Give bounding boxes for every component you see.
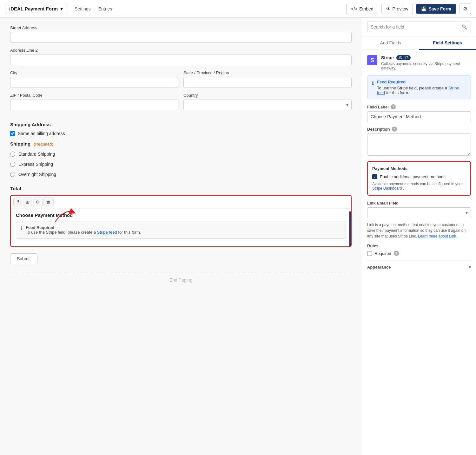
zip-label: ZIP / Postal Code (10, 93, 178, 98)
gear-icon: ⚙ (463, 6, 467, 11)
appearance-row[interactable]: Appearance ▾ (367, 260, 471, 273)
delete-button[interactable]: 🗑 (43, 198, 54, 206)
right-sidebar: 🔍 Add Fields Field Settings S Stripe ID:… (362, 18, 476, 455)
total-label: Total (10, 186, 352, 191)
appearance-chevron-icon: ▾ (469, 264, 471, 270)
tab-field-settings[interactable]: Field Settings (419, 36, 476, 50)
arrow-annotation-icon (52, 206, 77, 225)
stripe-logo: S (367, 55, 377, 65)
stripe-dashboard-link[interactable]: Stripe Dashboard (372, 186, 402, 191)
rules-label: Rules (367, 244, 471, 248)
express-shipping-radio[interactable] (10, 162, 15, 167)
enable-payment-checkbox-checked[interactable]: ✓ (372, 174, 377, 179)
address-line2-label: Address Line 2 (10, 48, 352, 53)
duplicate-icon: ⊞ (26, 199, 30, 205)
payment-methods-desc: Available payment methods can be configu… (372, 182, 466, 191)
shipping-section: Shipping (Required) Standard Shipping Ex… (10, 141, 352, 179)
embed-button[interactable]: </> Embed (346, 4, 378, 14)
zip-field: ZIP / Postal Code (10, 93, 178, 115)
street-address-field: Street Address (10, 25, 352, 48)
standard-shipping-label: Standard Shipping (18, 152, 55, 157)
address-line2-input[interactable] (10, 55, 352, 65)
enable-payment-methods-row: ✓ Enable additional payment methods (372, 174, 466, 179)
shipping-options-group: Standard Shipping Express Shipping Overn… (10, 149, 352, 179)
state-input[interactable] (183, 77, 352, 88)
payment-methods-box: Payment Methods ✓ Enable additional paym… (367, 161, 471, 196)
field-label-heading: Field Label (367, 105, 389, 109)
nav-settings[interactable]: Settings (75, 5, 91, 13)
address-line2-field: Address Line 2 (10, 48, 352, 70)
description-textarea[interactable] (367, 133, 471, 156)
required-help-icon[interactable]: ? (394, 251, 399, 256)
info-circle-icon: ℹ (21, 225, 23, 231)
nav-entries[interactable]: Entries (98, 5, 112, 13)
feed-required-text: Feed Required To use the Stripe field, p… (26, 225, 141, 235)
settings-sliders-button[interactable]: ⚙ (33, 198, 43, 206)
form-title-dropdown[interactable]: iDEAL Payment Form ▾ (5, 4, 67, 14)
stripe-info-block: S Stripe ID: 17 Collects payments secure… (367, 55, 471, 70)
street-address-input[interactable] (10, 32, 352, 43)
learn-more-link[interactable]: Learn more about Link (418, 234, 457, 238)
enable-payment-label: Enable additional payment methods (380, 174, 446, 179)
required-badge: (Required) (34, 142, 53, 146)
express-shipping-option: Express Shipping (10, 159, 352, 169)
save-form-button[interactable]: 💾 Save Form (416, 4, 456, 14)
form-area: Street Address Address Line 2 City State… (0, 18, 362, 455)
country-select[interactable] (183, 100, 352, 110)
city-label: City (10, 70, 178, 75)
overnight-shipping-option: Overnight Shipping (10, 169, 352, 179)
search-input[interactable] (367, 22, 471, 32)
city-input[interactable] (10, 77, 178, 88)
link-email-select-wrapper: ▾ (367, 207, 471, 218)
required-checkbox[interactable] (367, 251, 372, 256)
zip-input[interactable] (10, 100, 178, 110)
standard-shipping-radio[interactable] (10, 152, 15, 157)
link-description: Link is a payment method that enables yo… (367, 222, 471, 239)
duplicate-button[interactable]: ⊞ (23, 198, 32, 206)
same-as-billing-row: Same as billing address (10, 131, 352, 136)
state-label: State / Province / Region (183, 70, 352, 75)
stripe-description: Collects payments securely via Stripe pa… (381, 62, 471, 70)
feed-required-panel-title: Feed Required (377, 80, 466, 84)
preview-button[interactable]: 👁 Preview (381, 4, 413, 14)
submit-button[interactable]: Submit (10, 253, 37, 264)
same-as-billing-checkbox[interactable] (10, 131, 15, 136)
overnight-shipping-radio[interactable] (10, 172, 15, 177)
stripe-feed-link[interactable]: Stripe feed (97, 230, 117, 235)
stripe-id-badge: ID: 17 (396, 55, 411, 60)
sliders-icon: ⚙ (36, 199, 40, 205)
same-as-billing-label: Same as billing address (18, 131, 65, 136)
trash-icon: 🗑 (46, 199, 51, 205)
stripe-info-text: Stripe ID: 17 Collects payments securely… (381, 55, 471, 70)
link-email-select[interactable] (367, 207, 471, 218)
field-label-row: Field Label ? (367, 104, 471, 109)
country-label: Country (183, 93, 352, 98)
feed-required-title: Feed Required (26, 225, 54, 230)
payment-methods-title: Payment Methods (372, 166, 466, 171)
main-layout: Street Address Address Line 2 City State… (0, 18, 476, 455)
link-email-label: Link Email Field (367, 201, 471, 205)
tab-add-fields[interactable]: Add Fields (362, 36, 419, 50)
shipping-heading: Shipping (Required) (10, 141, 352, 146)
info-icon: ℹ (372, 80, 374, 95)
save-disk-icon: 💾 (421, 6, 426, 11)
drag-handle-button[interactable]: ⠿ (13, 198, 22, 206)
settings-gear-button[interactable]: ⚙ (459, 3, 471, 14)
required-rule-row: Required ? (367, 251, 471, 256)
search-input-wrapper: 🔍 (367, 22, 471, 32)
embed-code-icon: </> (351, 6, 357, 11)
sidebar-tabs: Add Fields Field Settings (362, 36, 476, 50)
description-row: Description ? (367, 127, 471, 132)
zip-country-row: ZIP / Postal Code Country ▾ (10, 93, 352, 115)
header-actions: </> Embed 👁 Preview 💾 Save Form ⚙ (346, 3, 471, 14)
description-help-icon[interactable]: ? (392, 127, 397, 132)
field-label-input[interactable] (367, 111, 471, 122)
feed-required-panel-text: Feed Required To use the Stripe field, p… (377, 80, 466, 95)
country-field: Country ▾ (183, 93, 352, 115)
express-shipping-label: Express Shipping (18, 162, 53, 167)
stripe-title: Stripe (381, 55, 394, 60)
overnight-shipping-label: Overnight Shipping (18, 172, 56, 177)
field-label-help-icon[interactable]: ? (391, 104, 396, 109)
appearance-label: Appearance (367, 265, 391, 270)
app-header: iDEAL Payment Form ▾ Settings Entries </… (0, 0, 476, 18)
